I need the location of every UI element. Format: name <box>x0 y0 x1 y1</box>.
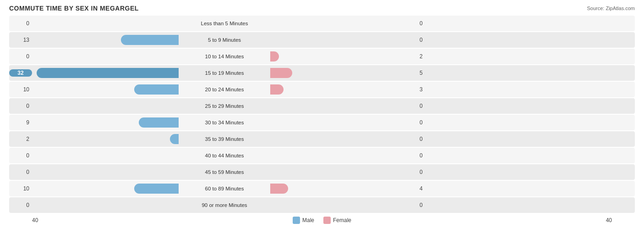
male-bar <box>134 84 179 95</box>
female-bar-container <box>270 200 417 210</box>
bar-row: 135 to 9 Minutes0 <box>9 32 635 48</box>
male-bar-container <box>32 134 179 144</box>
row-label: 15 to 19 Minutes <box>179 70 270 76</box>
bar-row: 930 to 34 Minutes0 <box>9 115 635 130</box>
male-value: 0 <box>9 152 32 159</box>
row-label: 20 to 24 Minutes <box>179 87 270 92</box>
female-bar-container <box>270 184 417 194</box>
female-bar-container <box>270 35 417 45</box>
row-label: 40 to 44 Minutes <box>179 153 270 158</box>
male-bar-container <box>32 184 179 194</box>
male-value: 10 <box>9 185 32 192</box>
male-label: Male <box>302 217 314 223</box>
female-bar <box>270 184 288 194</box>
chart-header: COMMUTE TIME BY SEX IN MEGARGEL Source: … <box>9 5 635 12</box>
female-value: 0 <box>417 103 440 109</box>
female-bar-container <box>270 18 417 28</box>
male-value: 0 <box>9 53 32 60</box>
female-bar-container <box>270 167 417 177</box>
bar-row: 235 to 39 Minutes0 <box>9 131 635 147</box>
legend-male: Male <box>293 217 314 224</box>
male-value: 0 <box>9 202 32 208</box>
bar-row: 3215 to 19 Minutes5 <box>9 65 635 81</box>
axis-label-left: 40 <box>32 217 50 223</box>
female-value: 2 <box>417 53 440 60</box>
male-value: 13 <box>9 37 32 43</box>
female-bar-container <box>270 84 417 95</box>
chart-area: 0Less than 5 Minutes0135 to 9 Minutes001… <box>9 16 635 213</box>
male-value: 32 <box>9 69 32 77</box>
female-value: 0 <box>417 119 440 126</box>
axis-label-right: 40 <box>594 217 612 223</box>
male-bar-container <box>32 84 179 95</box>
female-bar-container <box>270 68 417 78</box>
female-value: 0 <box>417 169 440 175</box>
female-value: 0 <box>417 20 440 27</box>
male-bar-container <box>32 117 179 128</box>
female-swatch <box>323 217 331 224</box>
male-bar <box>139 117 179 128</box>
male-bar-container <box>32 167 179 177</box>
male-bar-container <box>32 151 179 161</box>
male-bar <box>121 35 179 45</box>
bar-row: 045 to 59 Minutes0 <box>9 164 635 180</box>
male-bar-container <box>32 51 179 61</box>
male-swatch <box>293 217 300 224</box>
row-label: 45 to 59 Minutes <box>179 169 270 175</box>
legend-items: Male Female <box>50 217 594 224</box>
female-value: 3 <box>417 86 440 93</box>
female-label: Female <box>333 217 351 223</box>
female-bar-container <box>270 151 417 161</box>
male-bar-container <box>32 18 179 28</box>
bar-row: 0Less than 5 Minutes0 <box>9 16 635 31</box>
female-value: 0 <box>417 152 440 159</box>
row-label: 30 to 34 Minutes <box>179 120 270 125</box>
female-bar <box>270 68 292 78</box>
female-bar <box>270 51 279 61</box>
legend-female: Female <box>323 217 351 224</box>
row-label: 5 to 9 Minutes <box>179 37 270 43</box>
row-label: 25 to 29 Minutes <box>179 103 270 109</box>
male-value: 0 <box>9 103 32 109</box>
female-value: 0 <box>417 37 440 43</box>
male-bar-container <box>32 101 179 111</box>
legend-row: 40 Male Female 40 <box>9 217 635 224</box>
chart-title: COMMUTE TIME BY SEX IN MEGARGEL <box>9 5 139 12</box>
male-bar <box>37 68 179 78</box>
bar-row: 010 to 14 Minutes2 <box>9 49 635 64</box>
male-value: 2 <box>9 136 32 142</box>
female-value: 4 <box>417 185 440 192</box>
row-label: 90 or more Minutes <box>179 202 270 208</box>
male-bar <box>170 134 179 144</box>
row-label: Less than 5 Minutes <box>179 21 270 26</box>
source-text: Source: ZipAtlas.com <box>587 6 635 11</box>
bar-row: 040 to 44 Minutes0 <box>9 148 635 163</box>
bar-row: 1060 to 89 Minutes4 <box>9 181 635 196</box>
male-value: 0 <box>9 20 32 27</box>
female-value: 0 <box>417 136 440 142</box>
bar-row: 025 to 29 Minutes0 <box>9 98 635 114</box>
bar-row: 090 or more Minutes0 <box>9 197 635 213</box>
female-value: 0 <box>417 202 440 208</box>
male-value: 10 <box>9 86 32 93</box>
female-value: 5 <box>417 70 440 76</box>
male-bar <box>134 184 179 194</box>
female-bar-container <box>270 51 417 61</box>
bar-row: 1020 to 24 Minutes3 <box>9 82 635 97</box>
male-bar-container <box>32 35 179 45</box>
female-bar <box>270 84 284 95</box>
row-label: 60 to 89 Minutes <box>179 186 270 191</box>
female-bar-container <box>270 101 417 111</box>
male-bar-container <box>32 68 179 78</box>
male-value: 9 <box>9 119 32 126</box>
row-label: 10 to 14 Minutes <box>179 54 270 59</box>
female-bar-container <box>270 134 417 144</box>
row-label: 35 to 39 Minutes <box>179 136 270 142</box>
male-bar-container <box>32 200 179 210</box>
female-bar-container <box>270 117 417 128</box>
male-value: 0 <box>9 169 32 175</box>
